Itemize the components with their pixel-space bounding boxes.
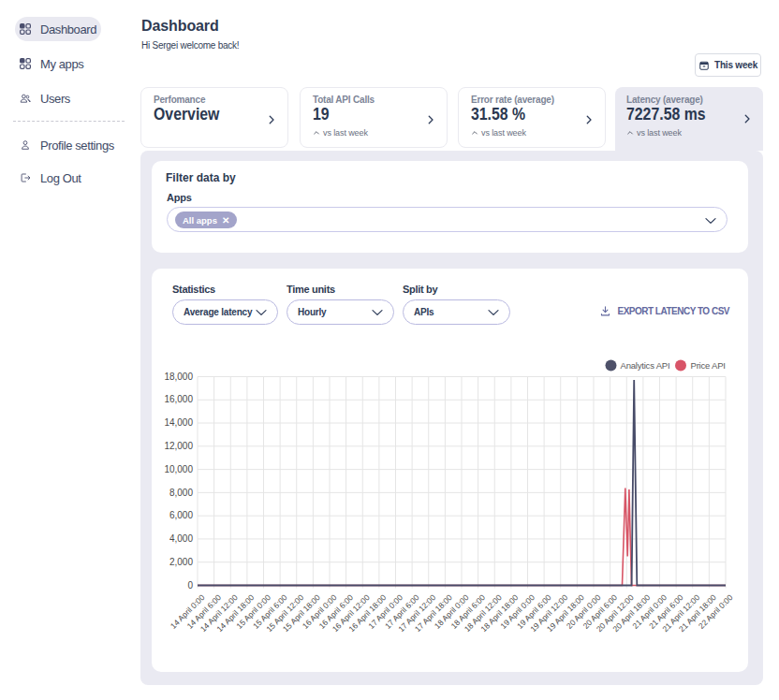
svg-text:8,000: 8,000 — [169, 488, 193, 498]
svg-text:4,000: 4,000 — [169, 533, 193, 544]
svg-text:2,000: 2,000 — [169, 557, 193, 567]
svg-text:12,000: 12,000 — [164, 441, 193, 451]
svg-text:10,000: 10,000 — [164, 464, 193, 474]
svg-text:18,000: 18,000 — [164, 372, 193, 382]
svg-text:6,000: 6,000 — [169, 510, 193, 520]
svg-text:14,000: 14,000 — [164, 417, 193, 428]
svg-text:Analytics API: Analytics API — [621, 360, 670, 371]
svg-text:16,000: 16,000 — [164, 394, 193, 404]
svg-text:Price API: Price API — [691, 360, 726, 371]
svg-text:0: 0 — [187, 580, 193, 591]
